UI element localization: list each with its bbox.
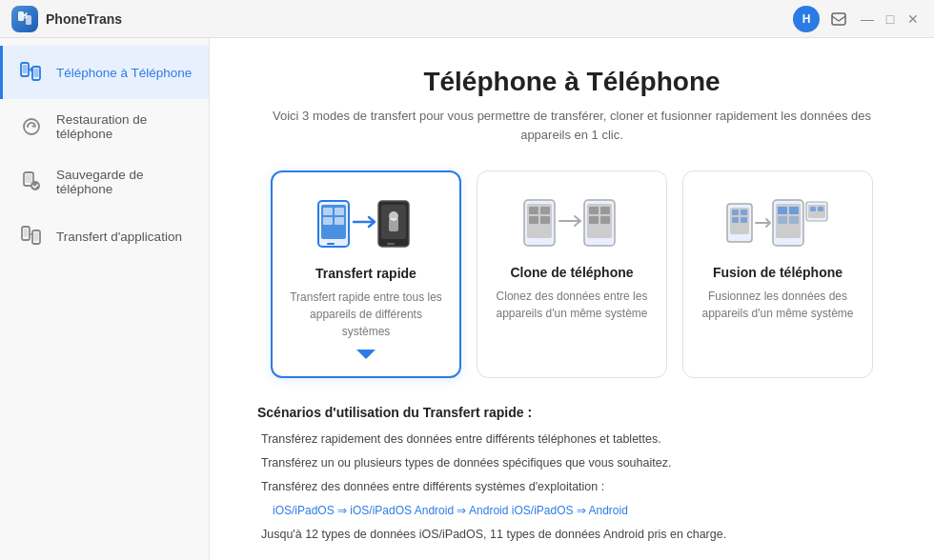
scenario-item-5: Jusqu'à 12 types de données iOS/iPadOS, … [257,525,886,544]
svg-rect-43 [732,217,739,223]
card-fast-transfer-desc: Transfert rapide entre tous les appareil… [290,289,442,340]
backup-icon [18,169,45,195]
window-controls: — □ ✕ [858,10,923,29]
svg-rect-37 [589,216,599,224]
card-clone[interactable]: Clone de téléphone Clonez des données en… [477,170,667,378]
app-logo [11,6,38,32]
svg-rect-19 [335,208,344,215]
svg-rect-24 [387,243,395,245]
sidebar-item-backup[interactable]: Sauvegarde de téléphone [0,154,209,210]
close-button[interactable]: ✕ [904,10,923,29]
card-fast-transfer[interactable]: Transfert rapide Transfert rapide entre … [271,170,461,378]
svg-rect-18 [323,208,333,215]
card-merge[interactable]: Fusion de téléphone Fusionnez les donnée… [682,170,873,378]
sidebar-label-app-transfer: Transfert d'application [56,230,182,244]
svg-rect-50 [789,216,799,224]
app-transfer-icon [18,223,45,250]
app-title-text: PhoneTrans [46,11,122,27]
scenario-item-1: Transférez rapidement des données entre … [257,430,886,449]
card-fast-transfer-title: Transfert rapide [290,266,442,281]
maximize-button[interactable]: □ [881,10,900,29]
svg-point-10 [30,181,40,190]
mode-cards: Transfert rapide Transfert rapide entre … [248,170,896,378]
card-merge-title: Fusion de téléphone [700,265,855,280]
scenario-item-4: iOS/iPadOS ⇒ iOS/iPadOS Android ⇒ Androi… [257,501,886,520]
sidebar: Téléphone à Téléphone Restauration de té… [0,38,210,560]
sidebar-item-phone-to-phone[interactable]: Téléphone à Téléphone [0,46,209,99]
scenario-item-2: Transférez un ou plusieurs types de donn… [257,453,886,472]
sidebar-label-backup: Sauvegarde de téléphone [56,168,193,196]
svg-rect-49 [778,216,787,224]
sidebar-label-restore: Restauration de téléphone [56,112,193,141]
card-merge-desc: Fusionnez les données des appareils d'un… [700,288,855,322]
svg-rect-21 [335,217,344,225]
svg-rect-54 [818,207,823,211]
restore-icon [18,113,45,140]
titlebar-right: H — □ ✕ [793,6,923,32]
svg-rect-48 [789,207,799,214]
svg-rect-41 [732,210,739,215]
svg-rect-29 [529,207,538,214]
svg-rect-17 [327,243,335,245]
card-clone-desc: Clonez des données entre les appareils d… [495,288,649,322]
page-subtitle: Voici 3 modes de transfert pour vous per… [248,107,896,144]
svg-rect-14 [34,232,39,241]
svg-rect-20 [323,217,333,225]
titlebar-left: PhoneTrans [11,6,122,32]
svg-rect-4 [23,65,28,73]
phone-to-phone-icon [18,59,45,86]
scenarios-list: Transférez rapidement des données entre … [257,430,886,544]
card-clone-title: Clone de téléphone [495,265,649,280]
svg-rect-31 [529,216,538,224]
sidebar-item-app-transfer[interactable]: Transfert d'application [0,210,209,263]
svg-rect-44 [741,217,747,223]
svg-rect-32 [540,216,550,224]
svg-rect-42 [741,210,747,215]
page-title: Téléphone à Téléphone [248,67,896,97]
sidebar-item-restore[interactable]: Restauration de téléphone [0,99,209,154]
sidebar-label-phone-to-phone: Téléphone à Téléphone [56,66,192,80]
svg-rect-12 [24,229,29,237]
scenarios-title: Scénarios d'utilisation du Transfert rap… [257,405,886,420]
email-button[interactable] [825,6,852,32]
svg-point-7 [24,119,39,134]
svg-rect-6 [34,69,39,77]
svg-rect-26 [389,218,398,231]
scenario-item-3: Transférez des données entre différents … [257,477,886,496]
merge-icon-area [700,192,855,253]
main-layout: Téléphone à Téléphone Restauration de té… [0,38,934,560]
svg-rect-35 [589,207,599,214]
fast-transfer-icon-area [290,193,442,254]
clone-icon-area [495,192,649,253]
svg-rect-0 [18,11,24,21]
svg-rect-2 [832,13,845,25]
svg-rect-36 [600,207,610,214]
svg-rect-9 [26,174,32,183]
minimize-button[interactable]: — [858,10,877,29]
scenarios-section: Scénarios d'utilisation du Transfert rap… [248,405,896,544]
svg-rect-38 [600,216,610,224]
avatar-button[interactable]: H [793,6,820,32]
svg-rect-30 [540,207,550,214]
svg-rect-53 [810,207,816,211]
svg-rect-47 [778,207,787,214]
titlebar: PhoneTrans H — □ ✕ [0,0,934,38]
main-content: Téléphone à Téléphone Voici 3 modes de t… [210,38,934,560]
